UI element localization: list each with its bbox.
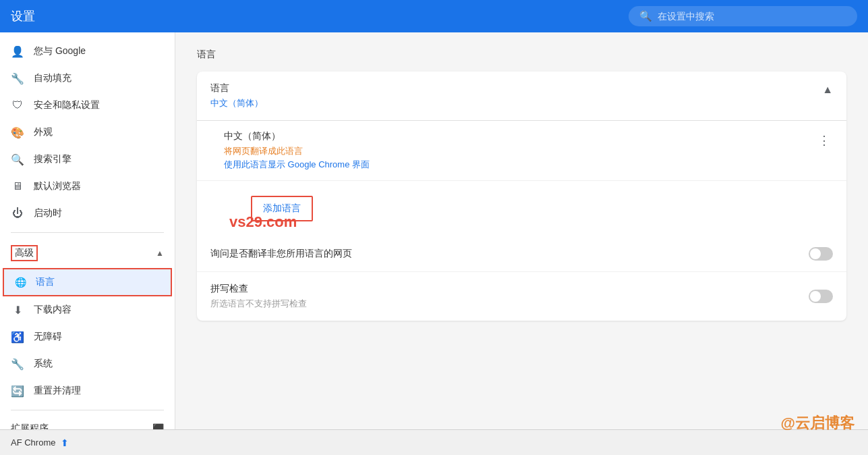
header-title: 设置 <box>11 8 35 24</box>
sidebar-item-security[interactable]: 🛡 安全和隐私设置 <box>0 92 175 119</box>
language-name: 中文（简体） <box>224 130 370 142</box>
spell-details: 拼写检查 所选语言不支持拼写检查 <box>210 283 307 310</box>
card-header-left: 语言 中文（简体） <box>210 82 263 109</box>
watermark-cloud: @云启博客 <box>781 413 855 433</box>
globe-icon: 🌐 <box>15 277 26 288</box>
section-title: 语言 <box>197 49 846 61</box>
card-title: 语言 <box>210 82 263 95</box>
sidebar-item-label: 重置并清理 <box>34 385 81 397</box>
sidebar-item-browser[interactable]: 🖥 默认浏览器 <box>0 173 175 200</box>
translate-link[interactable]: 将网页翻译成此语言 <box>224 145 370 157</box>
display-link[interactable]: 使用此语言显示 Google Chrome 界面 <box>224 159 370 171</box>
spell-title: 拼写检查 <box>210 283 307 295</box>
card-subtitle: 中文（简体） <box>210 97 263 109</box>
sidebar: 👤 您与 Google 🔧 自动填充 🛡 安全和隐私设置 🎨 外观 🔍 搜索引擎… <box>0 32 175 429</box>
sidebar-item-extensions[interactable]: 扩展程序 ⬛ <box>0 416 175 429</box>
translate-toggle-row: 询问是否翻译非您所用语言的网页 <box>197 236 846 272</box>
autofill-icon: 🔧 <box>11 72 24 85</box>
header: 设置 🔍 <box>0 0 868 32</box>
search-icon: 🔍 <box>11 153 24 166</box>
power-icon: ⏻ <box>11 207 24 220</box>
sidebar-item-autofill[interactable]: 🔧 自动填充 <box>0 65 175 92</box>
translate-toggle[interactable] <box>809 247 833 261</box>
sidebar-item-label: 搜索引擎 <box>34 153 71 165</box>
system-icon: 🔧 <box>11 357 24 371</box>
advanced-section-header[interactable]: 高级 ▲ <box>0 238 175 268</box>
more-options-icon[interactable]: ⋮ <box>815 130 833 151</box>
watermark-vs29: vs29.com <box>229 213 297 231</box>
sidebar-item-startup[interactable]: ⏻ 启动时 <box>0 200 175 227</box>
spell-subtitle: 所选语言不支持拼写检查 <box>210 298 307 310</box>
sidebar-item-appearance[interactable]: 🎨 外观 <box>0 119 175 146</box>
external-link-icon: ⬆ <box>61 437 69 448</box>
language-card: 语言 中文（简体） ▲ 中文（简体） 将网页翻译成此语言 使用此语言显示 Goo… <box>197 72 846 321</box>
sidebar-item-downloads[interactable]: ⬇ 下载内容 <box>0 296 175 323</box>
af-chrome-label: AF Chrome <box>11 437 55 448</box>
sidebar-item-label: 启动时 <box>34 207 62 219</box>
sidebar-item-label: 您与 Google <box>34 45 86 57</box>
sidebar-item-search[interactable]: 🔍 搜索引擎 <box>0 146 175 173</box>
monitor-icon: 🖥 <box>11 180 24 193</box>
sidebar-divider-2 <box>11 410 164 410</box>
search-bar[interactable]: 🔍 <box>629 6 857 26</box>
external-link-icon: ⬛ <box>152 423 164 429</box>
chevron-up-icon: ▲ <box>156 248 164 258</box>
accessibility-icon: ♿ <box>11 330 24 344</box>
palette-icon: 🎨 <box>11 126 24 139</box>
sidebar-item-language[interactable]: 🌐 语言 <box>3 268 172 296</box>
sidebar-item-label: 下载内容 <box>34 304 71 316</box>
spell-toggle[interactable] <box>809 290 833 303</box>
sidebar-item-reset[interactable]: 🔄 重置并清理 <box>0 377 175 404</box>
sidebar-item-accessibility[interactable]: ♿ 无障碍 <box>0 323 175 350</box>
download-icon: ⬇ <box>11 303 24 317</box>
chevron-up-icon[interactable]: ▲ <box>822 84 833 96</box>
spell-row: 拼写检查 所选语言不支持拼写检查 <box>210 283 833 310</box>
bottom-bar: AF Chrome ⬆ <box>0 429 868 455</box>
sidebar-item-google[interactable]: 👤 您与 Google <box>0 38 175 65</box>
extensions-label: 扩展程序 <box>11 423 49 429</box>
search-icon: 🔍 <box>639 10 652 22</box>
sidebar-item-label: 无障碍 <box>34 331 62 343</box>
language-item: 中文（简体） 将网页翻译成此语言 使用此语言显示 Google Chrome 界… <box>197 121 846 181</box>
language-details: 中文（简体） 将网页翻译成此语言 使用此语言显示 Google Chrome 界… <box>224 130 370 171</box>
sidebar-item-label: 自动填充 <box>34 72 71 84</box>
translate-label: 询问是否翻译非您所用语言的网页 <box>210 248 352 260</box>
sidebar-item-label: 默认浏览器 <box>34 180 81 192</box>
sidebar-item-label: 外观 <box>34 126 53 138</box>
sidebar-item-label: 安全和隐私设置 <box>34 99 100 111</box>
person-icon: 👤 <box>11 45 24 58</box>
sidebar-item-label: 系统 <box>34 358 53 370</box>
language-item-row: 中文（简体） 将网页翻译成此语言 使用此语言显示 Google Chrome 界… <box>224 130 833 171</box>
content-area: 语言 语言 中文（简体） ▲ 中文（简体） 将网页翻译成此语言 <box>175 32 868 429</box>
search-input[interactable] <box>658 11 846 22</box>
sidebar-divider <box>11 232 164 233</box>
sidebar-item-label: 语言 <box>36 276 55 288</box>
advanced-label: 高级 <box>11 245 38 261</box>
card-header: 语言 中文（简体） ▲ <box>197 72 846 121</box>
sidebar-item-system[interactable]: 🔧 系统 <box>0 350 175 377</box>
reset-icon: 🔄 <box>11 384 24 398</box>
shield-icon: 🛡 <box>11 99 24 112</box>
spell-check-section: 拼写检查 所选语言不支持拼写检查 <box>197 272 846 321</box>
